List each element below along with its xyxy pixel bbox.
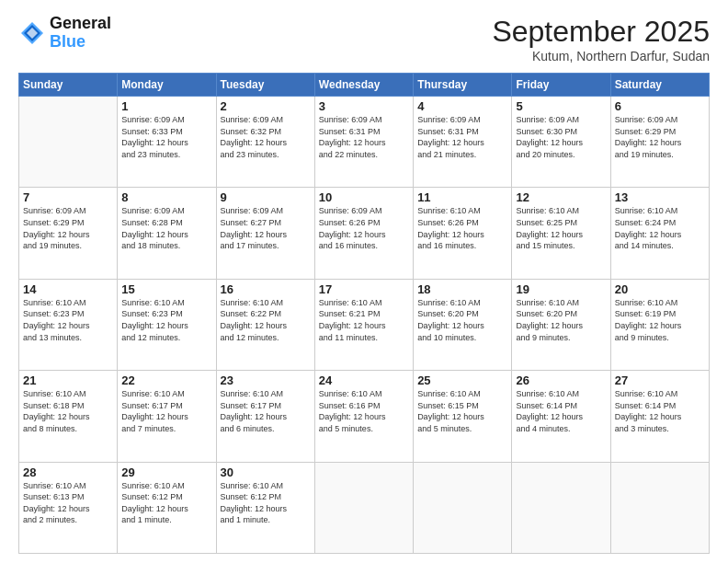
- day-cell: 12Sunrise: 6:10 AMSunset: 6:25 PMDayligh…: [512, 188, 610, 279]
- day-info: Sunrise: 6:10 AMSunset: 6:24 PMDaylight:…: [615, 205, 705, 251]
- day-info: Sunrise: 6:10 AMSunset: 6:20 PMDaylight:…: [417, 297, 507, 343]
- day-number: 3: [319, 99, 409, 113]
- day-cell: 1Sunrise: 6:09 AMSunset: 6:33 PMDaylight…: [118, 97, 216, 188]
- day-info: Sunrise: 6:10 AMSunset: 6:14 PMDaylight:…: [516, 388, 606, 434]
- day-cell: 9Sunrise: 6:09 AMSunset: 6:27 PMDaylight…: [216, 188, 314, 279]
- day-cell: 6Sunrise: 6:09 AMSunset: 6:29 PMDaylight…: [610, 97, 709, 188]
- weekday-sunday: Sunday: [19, 74, 118, 97]
- day-info: Sunrise: 6:09 AMSunset: 6:30 PMDaylight:…: [516, 114, 606, 160]
- weekday-tuesday: Tuesday: [216, 74, 314, 97]
- day-number: 17: [319, 282, 409, 296]
- location: Kutum, Northern Darfur, Sudan: [492, 49, 710, 63]
- day-number: 10: [319, 190, 409, 204]
- page: General Blue September 2025 Kutum, North…: [0, 0, 728, 563]
- day-number: 27: [615, 373, 705, 387]
- day-number: 23: [221, 373, 311, 387]
- day-info: Sunrise: 6:10 AMSunset: 6:21 PMDaylight:…: [319, 297, 409, 343]
- day-number: 19: [516, 282, 606, 296]
- day-cell: 18Sunrise: 6:10 AMSunset: 6:20 PMDayligh…: [414, 279, 512, 370]
- week-row-3: 14Sunrise: 6:10 AMSunset: 6:23 PMDayligh…: [19, 279, 710, 370]
- day-number: 29: [121, 465, 211, 479]
- day-cell: 7Sunrise: 6:09 AMSunset: 6:29 PMDaylight…: [19, 188, 118, 279]
- day-info: Sunrise: 6:10 AMSunset: 6:23 PMDaylight:…: [121, 297, 211, 343]
- day-number: 9: [221, 190, 311, 204]
- week-row-1: 1Sunrise: 6:09 AMSunset: 6:33 PMDaylight…: [19, 97, 710, 188]
- day-info: Sunrise: 6:10 AMSunset: 6:12 PMDaylight:…: [121, 480, 211, 526]
- day-cell: 8Sunrise: 6:09 AMSunset: 6:28 PMDaylight…: [118, 188, 216, 279]
- day-info: Sunrise: 6:10 AMSunset: 6:15 PMDaylight:…: [417, 388, 507, 434]
- day-info: Sunrise: 6:09 AMSunset: 6:31 PMDaylight:…: [319, 114, 409, 160]
- day-number: 11: [417, 190, 507, 204]
- weekday-friday: Friday: [512, 74, 610, 97]
- day-info: Sunrise: 6:10 AMSunset: 6:17 PMDaylight:…: [221, 388, 311, 434]
- day-number: 1: [121, 99, 211, 113]
- day-cell: 24Sunrise: 6:10 AMSunset: 6:16 PMDayligh…: [314, 371, 413, 462]
- weekday-thursday: Thursday: [414, 74, 512, 97]
- day-number: 4: [417, 99, 507, 113]
- day-number: 25: [417, 373, 507, 387]
- day-cell: [610, 462, 709, 553]
- day-cell: 23Sunrise: 6:10 AMSunset: 6:17 PMDayligh…: [216, 371, 314, 462]
- day-number: 14: [23, 282, 113, 296]
- day-number: 12: [516, 190, 606, 204]
- day-cell: 10Sunrise: 6:09 AMSunset: 6:26 PMDayligh…: [314, 188, 413, 279]
- day-number: 2: [221, 99, 311, 113]
- weekday-wednesday: Wednesday: [314, 74, 413, 97]
- day-number: 28: [23, 465, 113, 479]
- weekday-monday: Monday: [118, 74, 216, 97]
- day-cell: 2Sunrise: 6:09 AMSunset: 6:32 PMDaylight…: [216, 97, 314, 188]
- day-number: 7: [23, 190, 113, 204]
- week-row-2: 7Sunrise: 6:09 AMSunset: 6:29 PMDaylight…: [19, 188, 710, 279]
- day-cell: 29Sunrise: 6:10 AMSunset: 6:12 PMDayligh…: [118, 462, 216, 553]
- day-cell: [314, 462, 413, 553]
- month-title: September 2025: [492, 15, 710, 49]
- day-cell: [19, 97, 118, 188]
- day-info: Sunrise: 6:10 AMSunset: 6:25 PMDaylight:…: [516, 205, 606, 251]
- day-cell: 14Sunrise: 6:10 AMSunset: 6:23 PMDayligh…: [19, 279, 118, 370]
- logo: General Blue: [18, 15, 111, 52]
- day-info: Sunrise: 6:09 AMSunset: 6:33 PMDaylight:…: [121, 114, 211, 160]
- title-block: September 2025 Kutum, Northern Darfur, S…: [492, 15, 710, 63]
- weekday-saturday: Saturday: [610, 74, 709, 97]
- day-number: 15: [121, 282, 211, 296]
- day-number: 18: [417, 282, 507, 296]
- day-cell: 16Sunrise: 6:10 AMSunset: 6:22 PMDayligh…: [216, 279, 314, 370]
- day-cell: 4Sunrise: 6:09 AMSunset: 6:31 PMDaylight…: [414, 97, 512, 188]
- day-info: Sunrise: 6:09 AMSunset: 6:26 PMDaylight:…: [319, 205, 409, 251]
- day-cell: 30Sunrise: 6:10 AMSunset: 6:12 PMDayligh…: [216, 462, 314, 553]
- day-cell: 13Sunrise: 6:10 AMSunset: 6:24 PMDayligh…: [610, 188, 709, 279]
- day-cell: 25Sunrise: 6:10 AMSunset: 6:15 PMDayligh…: [414, 371, 512, 462]
- day-info: Sunrise: 6:10 AMSunset: 6:19 PMDaylight:…: [615, 297, 705, 343]
- day-info: Sunrise: 6:10 AMSunset: 6:14 PMDaylight:…: [615, 388, 705, 434]
- day-number: 22: [121, 373, 211, 387]
- day-info: Sunrise: 6:10 AMSunset: 6:20 PMDaylight:…: [516, 297, 606, 343]
- week-row-4: 21Sunrise: 6:10 AMSunset: 6:18 PMDayligh…: [19, 371, 710, 462]
- day-info: Sunrise: 6:09 AMSunset: 6:27 PMDaylight:…: [221, 205, 311, 251]
- day-info: Sunrise: 6:09 AMSunset: 6:29 PMDaylight:…: [23, 205, 113, 251]
- day-cell: 21Sunrise: 6:10 AMSunset: 6:18 PMDayligh…: [19, 371, 118, 462]
- day-cell: 28Sunrise: 6:10 AMSunset: 6:13 PMDayligh…: [19, 462, 118, 553]
- day-info: Sunrise: 6:10 AMSunset: 6:12 PMDaylight:…: [221, 480, 311, 526]
- day-number: 6: [615, 99, 705, 113]
- day-info: Sunrise: 6:10 AMSunset: 6:26 PMDaylight:…: [417, 205, 507, 251]
- day-info: Sunrise: 6:10 AMSunset: 6:16 PMDaylight:…: [319, 388, 409, 434]
- day-number: 21: [23, 373, 113, 387]
- day-number: 26: [516, 373, 606, 387]
- day-info: Sunrise: 6:10 AMSunset: 6:18 PMDaylight:…: [23, 388, 113, 434]
- logo-text: General Blue: [50, 15, 111, 52]
- day-cell: 5Sunrise: 6:09 AMSunset: 6:30 PMDaylight…: [512, 97, 610, 188]
- day-cell: 22Sunrise: 6:10 AMSunset: 6:17 PMDayligh…: [118, 371, 216, 462]
- day-cell: 20Sunrise: 6:10 AMSunset: 6:19 PMDayligh…: [610, 279, 709, 370]
- day-number: 5: [516, 99, 606, 113]
- week-row-5: 28Sunrise: 6:10 AMSunset: 6:13 PMDayligh…: [19, 462, 710, 553]
- day-info: Sunrise: 6:09 AMSunset: 6:28 PMDaylight:…: [121, 205, 211, 251]
- day-info: Sunrise: 6:09 AMSunset: 6:29 PMDaylight:…: [615, 114, 705, 160]
- day-info: Sunrise: 6:09 AMSunset: 6:32 PMDaylight:…: [221, 114, 311, 160]
- day-number: 8: [121, 190, 211, 204]
- day-info: Sunrise: 6:10 AMSunset: 6:13 PMDaylight:…: [23, 480, 113, 526]
- day-info: Sunrise: 6:09 AMSunset: 6:31 PMDaylight:…: [417, 114, 507, 160]
- day-info: Sunrise: 6:10 AMSunset: 6:22 PMDaylight:…: [221, 297, 311, 343]
- day-number: 20: [615, 282, 705, 296]
- day-number: 16: [221, 282, 311, 296]
- day-cell: [512, 462, 610, 553]
